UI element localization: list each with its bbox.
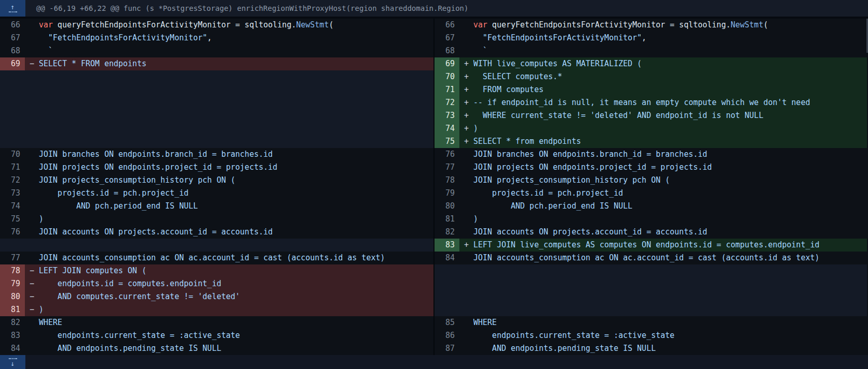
line-number[interactable]: 70 <box>435 70 459 83</box>
line-number <box>435 290 459 303</box>
diff-marker <box>25 148 39 161</box>
diff-marker <box>25 239 39 252</box>
code-line: AND pch.period_end IS NULL <box>473 200 632 213</box>
diff-marker: − <box>25 277 39 290</box>
diff-row: 73 projects.id = pch.project_id <box>0 187 433 200</box>
line-number <box>435 277 459 290</box>
diff-marker <box>25 45 39 57</box>
line-number[interactable]: 67 <box>435 32 459 45</box>
line-number[interactable]: 81 <box>0 303 25 316</box>
diff-marker <box>25 161 39 174</box>
diff-filler-row <box>435 290 867 303</box>
line-number[interactable]: 66 <box>0 19 25 32</box>
diff-filler-row <box>435 264 867 277</box>
line-number[interactable]: 76 <box>435 148 459 161</box>
diff-marker <box>25 200 39 213</box>
line-number[interactable]: 69 <box>0 57 25 70</box>
line-number[interactable]: 80 <box>0 290 25 303</box>
line-number[interactable]: 69 <box>435 57 459 70</box>
line-number[interactable]: 78 <box>0 264 25 277</box>
diff-row: 69−SELECT * FROM endpoints <box>0 57 433 70</box>
diff-row: 80− AND computes.current_state != 'delet… <box>0 290 433 303</box>
diff-marker <box>25 316 39 329</box>
diff-marker <box>25 83 39 96</box>
line-number[interactable]: 78 <box>435 174 459 187</box>
line-number[interactable]: 86 <box>435 329 459 342</box>
line-number[interactable]: 71 <box>0 161 25 174</box>
diff-viewer: ↑ @@ -66,19 +66,22 @@ func (s *PostgresS… <box>0 0 868 369</box>
diff-filler-row <box>435 277 867 290</box>
line-number[interactable]: 79 <box>435 187 459 200</box>
line-number[interactable]: 76 <box>0 226 25 239</box>
code-line: endpoints.current_state = :active_state <box>39 329 240 342</box>
line-number[interactable]: 87 <box>435 342 459 355</box>
line-number[interactable]: 79 <box>0 277 25 290</box>
line-number <box>0 96 25 109</box>
diff-row: 83 endpoints.current_state = :active_sta… <box>0 329 433 342</box>
line-number[interactable]: 83 <box>0 329 25 342</box>
hunk-header: ↑ @@ -66,19 +66,22 @@ func (s *PostgresS… <box>0 0 868 17</box>
expand-down-button[interactable]: ↓ <box>0 355 25 369</box>
diff-row: 75) <box>0 213 433 226</box>
line-number[interactable]: 84 <box>0 342 25 355</box>
code-line: JOIN accounts ON projects.account_id = a… <box>39 226 273 239</box>
line-number[interactable]: 66 <box>435 19 459 32</box>
diff-marker <box>459 226 473 239</box>
diff-filler-row <box>0 122 433 135</box>
diff-row: 78JOIN projects_consumption_history pch … <box>435 174 867 187</box>
diff-marker <box>459 148 473 161</box>
line-number[interactable]: 80 <box>435 200 459 213</box>
code-line: "FetchEndpointsForActivityMonitor", <box>473 32 646 45</box>
code-line: JOIN branches ON endpoints.branch_id = b… <box>473 148 707 161</box>
diff-marker: + <box>459 57 473 70</box>
code-line: projects.id = pch.project_id <box>473 187 623 200</box>
line-number[interactable]: 82 <box>435 226 459 239</box>
diff-filler-row <box>0 109 433 122</box>
code-line: WHERE <box>39 316 62 329</box>
diff-marker <box>459 213 473 226</box>
diff-marker: − <box>25 303 39 316</box>
diff-row: 80 AND pch.period_end IS NULL <box>435 200 867 213</box>
code-line: FROM computes <box>473 83 543 96</box>
line-number[interactable]: 83 <box>435 239 459 252</box>
diff-row: 77JOIN projects ON endpoints.project_id … <box>435 161 867 174</box>
diff-row: 87 AND endpoints.pending_state IS NULL <box>435 342 867 355</box>
diff-marker: + <box>459 83 473 96</box>
line-number[interactable]: 72 <box>0 174 25 187</box>
diff-marker: − <box>25 57 39 70</box>
code-line: ` <box>39 45 53 57</box>
diff-marker: + <box>459 239 473 252</box>
line-number[interactable]: 70 <box>0 148 25 161</box>
line-number[interactable]: 67 <box>0 32 25 45</box>
code-line: -- if endpoint_id is null, it means an e… <box>473 96 810 109</box>
line-number[interactable]: 81 <box>435 213 459 226</box>
diff-marker <box>25 174 39 187</box>
line-number[interactable]: 73 <box>435 109 459 122</box>
line-number[interactable]: 74 <box>435 122 459 135</box>
line-number <box>0 83 25 96</box>
diff-row: 66var queryFetchEndpointsForActivityMoni… <box>0 19 433 32</box>
line-number[interactable]: 85 <box>435 316 459 329</box>
line-number[interactable]: 73 <box>0 187 25 200</box>
line-number[interactable]: 75 <box>0 213 25 226</box>
line-number[interactable]: 68 <box>435 45 459 57</box>
line-number[interactable]: 71 <box>435 83 459 96</box>
diff-row: 73+ WHERE current_state != 'deleted' AND… <box>435 109 867 122</box>
diff-row: 86 endpoints.current_state = :active_sta… <box>435 329 867 342</box>
line-number <box>0 239 25 252</box>
line-number[interactable]: 77 <box>0 252 25 264</box>
line-number[interactable]: 84 <box>435 252 459 264</box>
line-number[interactable]: 75 <box>435 135 459 148</box>
line-number[interactable]: 72 <box>435 96 459 109</box>
code-line: AND endpoints.pending_state IS NULL <box>39 342 221 355</box>
diff-pane-new: 66var queryFetchEndpointsForActivityMoni… <box>433 19 867 355</box>
line-number[interactable]: 74 <box>0 200 25 213</box>
code-line: JOIN projects ON endpoints.project_id = … <box>473 161 712 174</box>
line-number[interactable]: 82 <box>0 316 25 329</box>
diff-marker <box>459 32 473 45</box>
expand-up-button[interactable]: ↑ <box>0 0 25 17</box>
diff-row: 82WHERE <box>0 316 433 329</box>
line-number[interactable]: 68 <box>0 45 25 57</box>
line-number[interactable]: 77 <box>435 161 459 174</box>
diff-marker <box>459 316 473 329</box>
